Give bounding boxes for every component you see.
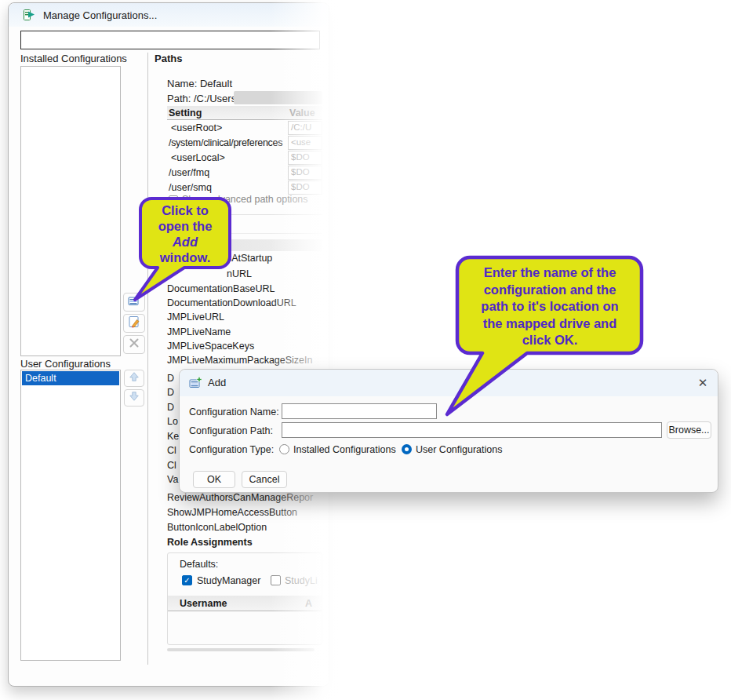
installed-configurations-label: Installed Configurations xyxy=(20,53,127,64)
setting-item-fragment: D xyxy=(167,373,174,384)
browse-button[interactable]: Browse... xyxy=(667,421,711,439)
callout-line: Enter the name of the xyxy=(464,264,635,282)
configuration-type-label: Configuration Type: xyxy=(189,444,274,455)
add-icon xyxy=(189,377,202,389)
delete-configuration-button[interactable] xyxy=(123,335,145,354)
arrow-down-icon xyxy=(129,391,140,405)
setting-item: JMPLiveName xyxy=(167,326,231,337)
bottom-divider xyxy=(167,648,315,651)
user-configurations-radio-label: User Configurations xyxy=(416,444,502,455)
user-configurations-list[interactable]: Default xyxy=(20,370,121,661)
manage-configurations-window: Manage Configurations... Installed Confi… xyxy=(8,2,329,687)
installed-configurations-list[interactable] xyxy=(20,66,121,356)
edit-configuration-button[interactable] xyxy=(123,314,145,333)
setting-item-fragment: Cl xyxy=(167,460,176,471)
callout-line: click OK. xyxy=(464,332,635,349)
table-row-setting: <userRoot> xyxy=(171,122,222,133)
defaults-label: Defaults: xyxy=(180,559,218,570)
table-row-value[interactable]: /C:/U xyxy=(288,121,322,135)
table-row-value[interactable]: <use xyxy=(288,136,322,150)
studyli-checkbox[interactable] xyxy=(271,575,281,585)
list-item-default[interactable]: Default xyxy=(22,371,119,385)
config-name-line: Name: Default xyxy=(167,78,232,89)
cancel-button[interactable]: Cancel xyxy=(242,471,287,488)
setting-item-fragment: Cl xyxy=(167,445,176,456)
table-row-setting: /user/smq xyxy=(169,182,212,193)
setting-item: ButtonIconLabelOption xyxy=(167,522,267,533)
value-column-header: Value xyxy=(289,108,315,118)
setting-item-fragment: Va xyxy=(167,474,178,485)
filter-input[interactable] xyxy=(20,31,320,49)
window-title: Manage Configurations... xyxy=(43,9,157,21)
callout-line: configuration and the xyxy=(464,282,635,299)
table-row-setting: <userLocal> xyxy=(171,152,225,163)
callout-text-add-dialog: Enter the name of the configuration and … xyxy=(464,264,635,349)
table-row-value[interactable]: $DO xyxy=(288,166,322,180)
ok-button[interactable]: OK xyxy=(193,471,235,488)
edit-icon xyxy=(128,315,140,331)
callout-line: path to it's location on xyxy=(464,298,635,315)
callout-line: Click to xyxy=(141,202,229,218)
table-row-value[interactable]: $DO xyxy=(288,180,322,195)
installed-configurations-radio[interactable] xyxy=(279,444,289,454)
role-assignments-label: Role Assignments xyxy=(167,537,253,548)
setting-item: JMPLiveSpaceKeys xyxy=(167,341,254,352)
studyli-checkbox-label: StudyLi xyxy=(285,575,318,586)
panel-divider xyxy=(147,53,148,665)
studymanager-checkbox-label: StudyManager xyxy=(197,575,260,586)
setting-item-fragment: D xyxy=(167,387,174,398)
callout-line: window. xyxy=(141,250,229,265)
callout-text-add-button: Click to open the Add window. xyxy=(141,202,229,265)
app-icon xyxy=(23,9,35,21)
studymanager-checkbox[interactable]: ✓ xyxy=(182,575,192,585)
setting-item: ReviewAuthorsCanManageRepor xyxy=(167,492,313,503)
callout-line: the mapped drive and xyxy=(464,315,635,333)
redacted-path-box xyxy=(234,91,322,104)
paths-label: Paths xyxy=(155,53,182,64)
arrow-up-icon xyxy=(129,371,140,385)
setting-item: JMPLiveMaximumPackageSizeIn xyxy=(167,355,313,366)
move-up-button[interactable] xyxy=(124,370,144,387)
setting-item-fragment: Ke xyxy=(167,431,179,442)
setting-item-fragment: D xyxy=(167,402,174,413)
installed-configurations-radio-label: Installed Configurations xyxy=(293,444,396,455)
setting-item: ShowJMPHomeAccessButton xyxy=(167,507,297,518)
setting-item-fragment: Lo xyxy=(167,416,178,427)
user-configurations-label: User Configurations xyxy=(20,358,111,370)
setting-item: JMPLiveURL xyxy=(167,312,224,323)
setting-column-header: Setting xyxy=(169,108,202,118)
callout-line: open the xyxy=(141,218,229,234)
table-row-setting: /user/fmq xyxy=(169,167,209,178)
table-row-setting: /system/clinical/preferences xyxy=(169,137,282,148)
configuration-name-label: Configuration Name: xyxy=(189,407,279,417)
move-down-button[interactable] xyxy=(124,389,144,407)
config-path-line: Path: /C:/Users/ xyxy=(167,93,239,104)
callout-line: Add xyxy=(141,234,229,250)
username-column-header: Username xyxy=(180,598,227,609)
table-row-value[interactable]: $DO xyxy=(288,151,322,165)
configuration-path-label: Configuration Path: xyxy=(189,425,273,436)
configuration-path-input[interactable] xyxy=(282,422,662,438)
add-dialog-title: Add xyxy=(208,377,226,388)
user-configurations-radio[interactable] xyxy=(402,444,412,454)
close-icon[interactable]: ✕ xyxy=(696,376,710,390)
second-column-header-fragment: A xyxy=(305,598,312,609)
delete-icon xyxy=(129,337,140,352)
